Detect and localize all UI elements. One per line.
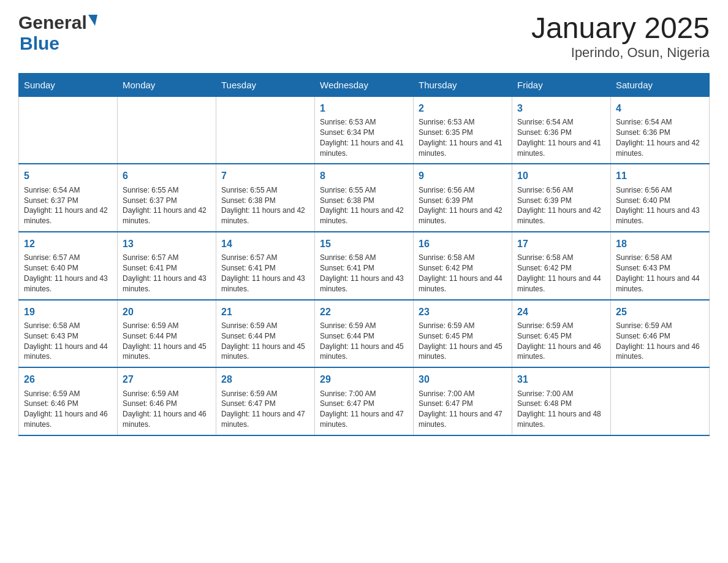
day-info: Sunrise: 6:54 AM Sunset: 6:36 PM Dayligh… <box>517 117 605 158</box>
day-number: 15 <box>320 237 408 251</box>
day-info: Sunrise: 6:54 AM Sunset: 6:37 PM Dayligh… <box>24 185 112 226</box>
day-info: Sunrise: 6:59 AM Sunset: 6:47 PM Dayligh… <box>221 389 309 430</box>
day-cell-8: 8Sunrise: 6:55 AM Sunset: 6:38 PM Daylig… <box>315 164 414 232</box>
day-cell-4: 4Sunrise: 6:54 AM Sunset: 6:36 PM Daylig… <box>611 96 710 164</box>
day-cell-24: 24Sunrise: 6:59 AM Sunset: 6:45 PM Dayli… <box>512 300 611 368</box>
day-number: 27 <box>123 373 211 386</box>
weekday-header-wednesday: Wednesday <box>315 73 414 96</box>
weekday-header-row: SundayMondayTuesdayWednesdayThursdayFrid… <box>19 73 710 96</box>
day-cell-9: 9Sunrise: 6:56 AM Sunset: 6:39 PM Daylig… <box>414 164 512 232</box>
day-cell-21: 21Sunrise: 6:59 AM Sunset: 6:44 PM Dayli… <box>216 300 315 368</box>
day-number: 1 <box>320 102 408 115</box>
day-info: Sunrise: 6:59 AM Sunset: 6:45 PM Dayligh… <box>419 321 507 362</box>
day-number: 4 <box>616 102 704 115</box>
day-number: 30 <box>419 373 507 386</box>
day-number: 16 <box>419 237 507 251</box>
day-info: Sunrise: 6:58 AM Sunset: 6:42 PM Dayligh… <box>517 253 605 294</box>
logo: General Blue <box>18 12 97 54</box>
day-info: Sunrise: 6:58 AM Sunset: 6:42 PM Dayligh… <box>419 253 507 294</box>
title-block: January 2025 Iperindo, Osun, Nigeria <box>531 12 710 61</box>
day-info: Sunrise: 6:57 AM Sunset: 6:40 PM Dayligh… <box>24 253 112 294</box>
logo-arrow-icon <box>88 15 97 26</box>
day-cell-22: 22Sunrise: 6:59 AM Sunset: 6:44 PM Dayli… <box>315 300 414 368</box>
empty-cell <box>19 96 118 164</box>
day-info: Sunrise: 7:00 AM Sunset: 6:48 PM Dayligh… <box>517 389 605 430</box>
day-cell-6: 6Sunrise: 6:55 AM Sunset: 6:37 PM Daylig… <box>118 164 216 232</box>
day-number: 5 <box>24 169 112 183</box>
day-number: 9 <box>419 169 507 183</box>
calendar-title: January 2025 <box>531 12 710 45</box>
day-cell-25: 25Sunrise: 6:59 AM Sunset: 6:46 PM Dayli… <box>611 300 710 368</box>
day-info: Sunrise: 6:59 AM Sunset: 6:44 PM Dayligh… <box>123 321 211 362</box>
calendar-subtitle: Iperindo, Osun, Nigeria <box>531 45 710 61</box>
day-number: 23 <box>419 305 507 319</box>
week-row-2: 5Sunrise: 6:54 AM Sunset: 6:37 PM Daylig… <box>19 164 710 232</box>
day-cell-1: 1Sunrise: 6:53 AM Sunset: 6:34 PM Daylig… <box>315 96 414 164</box>
day-number: 11 <box>616 169 704 183</box>
day-info: Sunrise: 6:53 AM Sunset: 6:34 PM Dayligh… <box>320 117 408 158</box>
day-number: 26 <box>24 373 112 386</box>
day-number: 12 <box>24 237 112 251</box>
empty-cell <box>216 96 315 164</box>
day-info: Sunrise: 6:56 AM Sunset: 6:39 PM Dayligh… <box>419 185 507 226</box>
week-row-3: 12Sunrise: 6:57 AM Sunset: 6:40 PM Dayli… <box>19 232 710 300</box>
weekday-header-monday: Monday <box>118 73 216 96</box>
day-cell-5: 5Sunrise: 6:54 AM Sunset: 6:37 PM Daylig… <box>19 164 118 232</box>
empty-cell <box>118 96 216 164</box>
day-info: Sunrise: 6:59 AM Sunset: 6:45 PM Dayligh… <box>517 321 605 362</box>
day-cell-14: 14Sunrise: 6:57 AM Sunset: 6:41 PM Dayli… <box>216 232 315 300</box>
day-cell-3: 3Sunrise: 6:54 AM Sunset: 6:36 PM Daylig… <box>512 96 611 164</box>
day-cell-16: 16Sunrise: 6:58 AM Sunset: 6:42 PM Dayli… <box>414 232 512 300</box>
day-cell-17: 17Sunrise: 6:58 AM Sunset: 6:42 PM Dayli… <box>512 232 611 300</box>
day-number: 17 <box>517 237 605 251</box>
day-info: Sunrise: 6:59 AM Sunset: 6:44 PM Dayligh… <box>221 321 309 362</box>
day-info: Sunrise: 6:57 AM Sunset: 6:41 PM Dayligh… <box>221 253 309 294</box>
day-number: 13 <box>123 237 211 251</box>
day-info: Sunrise: 6:56 AM Sunset: 6:39 PM Dayligh… <box>517 185 605 226</box>
day-cell-10: 10Sunrise: 6:56 AM Sunset: 6:39 PM Dayli… <box>512 164 611 232</box>
day-number: 18 <box>616 237 704 251</box>
day-cell-2: 2Sunrise: 6:53 AM Sunset: 6:35 PM Daylig… <box>414 96 512 164</box>
day-info: Sunrise: 6:59 AM Sunset: 6:46 PM Dayligh… <box>24 389 112 430</box>
weekday-header-sunday: Sunday <box>19 73 118 96</box>
day-number: 14 <box>221 237 309 251</box>
day-cell-28: 28Sunrise: 6:59 AM Sunset: 6:47 PM Dayli… <box>216 367 315 435</box>
weekday-header-thursday: Thursday <box>414 73 512 96</box>
day-number: 8 <box>320 169 408 183</box>
day-info: Sunrise: 6:59 AM Sunset: 6:46 PM Dayligh… <box>123 389 211 430</box>
day-info: Sunrise: 6:55 AM Sunset: 6:37 PM Dayligh… <box>123 185 211 226</box>
day-info: Sunrise: 7:00 AM Sunset: 6:47 PM Dayligh… <box>419 389 507 430</box>
day-cell-23: 23Sunrise: 6:59 AM Sunset: 6:45 PM Dayli… <box>414 300 512 368</box>
day-info: Sunrise: 6:59 AM Sunset: 6:44 PM Dayligh… <box>320 321 408 362</box>
day-number: 29 <box>320 373 408 386</box>
day-number: 31 <box>517 373 605 386</box>
week-row-1: 1Sunrise: 6:53 AM Sunset: 6:34 PM Daylig… <box>19 96 710 164</box>
page-header: General Blue January 2025 Iperindo, Osun… <box>18 12 710 61</box>
day-cell-15: 15Sunrise: 6:58 AM Sunset: 6:41 PM Dayli… <box>315 232 414 300</box>
day-cell-11: 11Sunrise: 6:56 AM Sunset: 6:40 PM Dayli… <box>611 164 710 232</box>
day-cell-31: 31Sunrise: 7:00 AM Sunset: 6:48 PM Dayli… <box>512 367 611 435</box>
weekday-header-saturday: Saturday <box>611 73 710 96</box>
day-number: 6 <box>123 169 211 183</box>
day-cell-13: 13Sunrise: 6:57 AM Sunset: 6:41 PM Dayli… <box>118 232 216 300</box>
day-number: 2 <box>419 102 507 115</box>
day-info: Sunrise: 6:59 AM Sunset: 6:46 PM Dayligh… <box>616 321 704 362</box>
weekday-header-tuesday: Tuesday <box>216 73 315 96</box>
day-number: 22 <box>320 305 408 319</box>
empty-cell <box>611 367 710 435</box>
day-cell-26: 26Sunrise: 6:59 AM Sunset: 6:46 PM Dayli… <box>19 367 118 435</box>
day-info: Sunrise: 6:58 AM Sunset: 6:43 PM Dayligh… <box>24 321 112 362</box>
day-number: 24 <box>517 305 605 319</box>
day-number: 25 <box>616 305 704 319</box>
day-cell-27: 27Sunrise: 6:59 AM Sunset: 6:46 PM Dayli… <box>118 367 216 435</box>
day-number: 20 <box>123 305 211 319</box>
logo-blue-text: Blue <box>20 33 59 53</box>
day-cell-12: 12Sunrise: 6:57 AM Sunset: 6:40 PM Dayli… <box>19 232 118 300</box>
day-cell-7: 7Sunrise: 6:55 AM Sunset: 6:38 PM Daylig… <box>216 164 315 232</box>
day-info: Sunrise: 6:58 AM Sunset: 6:43 PM Dayligh… <box>616 253 704 294</box>
calendar-table: SundayMondayTuesdayWednesdayThursdayFrid… <box>18 73 710 436</box>
day-number: 19 <box>24 305 112 319</box>
day-info: Sunrise: 6:54 AM Sunset: 6:36 PM Dayligh… <box>616 117 704 158</box>
day-info: Sunrise: 7:00 AM Sunset: 6:47 PM Dayligh… <box>320 389 408 430</box>
weekday-header-friday: Friday <box>512 73 611 96</box>
